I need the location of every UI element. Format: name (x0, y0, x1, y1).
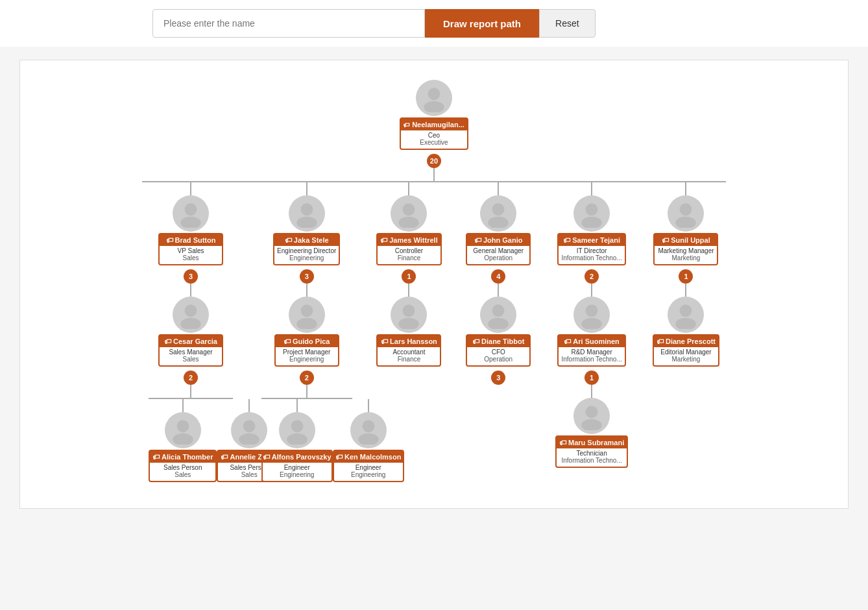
node-diane-p[interactable]: 🏷Diane Prescott Editorial Manager Market… (653, 297, 719, 367)
node-brad[interactable]: 🏷Brad Sutton VP Sales Sales 3 (158, 195, 223, 284)
card-root[interactable]: 🏷 Neelamugilan... Ceo Executive (400, 117, 468, 150)
level1-row: 🏷Brad Sutton VP Sales Sales 3 🏷Cesar Gar… (142, 182, 726, 482)
draw-report-path-button[interactable]: Draw report path (425, 9, 539, 38)
badge-root: 20 (427, 154, 441, 168)
node-alicia[interactable]: 🏷Alicia Thomber Sales Person Sales (149, 412, 217, 482)
node-alfons[interactable]: 🏷Alfons Parovszky Engineer Engineering (261, 412, 333, 482)
card-role-root: Ceo (401, 130, 467, 139)
node-cesar[interactable]: 🏷Cesar Garcia Sales Manager Sales 2 (158, 297, 223, 385)
node-lars[interactable]: 🏷Lars Hansson Accountant Finance (376, 297, 441, 367)
node-james[interactable]: 🏷James Wittrell Controller Finance 1 (376, 195, 442, 284)
card-name-root: 🏷 Neelamugilan... (401, 119, 467, 130)
person-icon-root: 🏷 (404, 121, 410, 128)
node-diane-t[interactable]: 🏷Diane Tibbot CFO Operation 3 (466, 297, 531, 385)
col-james: 🏷James Wittrell Controller Finance 1 🏷La… (370, 182, 448, 482)
node-sameer[interactable]: 🏷Sameer Tejani IT Director Information T… (557, 195, 625, 284)
name-input[interactable] (152, 9, 425, 38)
node-jaka[interactable]: 🏷Jaka Stele Engineering Director Enginee… (273, 195, 340, 284)
org-wrapper: 🏷 Neelamugilan... Ceo Executive 20 🏷Brad… (27, 73, 841, 482)
node-ari[interactable]: 🏷Ari Suominen R&D Manager Information Te… (557, 297, 625, 385)
avatar-root (416, 80, 452, 116)
col-john: 🏷John Ganio General Manager Operation 4 … (459, 182, 537, 482)
node-root[interactable]: 🏷 Neelamugilan... Ceo Executive 20 (400, 80, 468, 168)
node-sunil[interactable]: 🏷Sunil Uppal Marketing Manager Marketing… (653, 195, 718, 284)
node-guido[interactable]: 🏷Guido Pica Project Manager Engineering … (274, 297, 339, 385)
node-john[interactable]: 🏷John Ganio General Manager Operation 4 (466, 195, 531, 284)
org-chart-container: 🏷 Neelamugilan... Ceo Executive 20 🏷Brad… (19, 60, 849, 509)
card-dept-root: Executive (401, 139, 467, 149)
connector-root-down (433, 168, 435, 181)
col-sunil: 🏷Sunil Uppal Marketing Manager Marketing… (646, 182, 726, 482)
col-sameer: 🏷Sameer Tejani IT Director Information T… (549, 182, 634, 482)
col-jaka: 🏷Jaka Stele Engineering Director Enginee… (255, 182, 359, 482)
node-maru[interactable]: 🏷Maru Subramani Technician Information T… (555, 398, 628, 468)
reset-button[interactable]: Reset (539, 9, 596, 38)
col-brad: 🏷Brad Sutton VP Sales Sales 3 🏷Cesar Gar… (142, 182, 239, 482)
top-bar: Draw report path Reset (0, 0, 868, 47)
